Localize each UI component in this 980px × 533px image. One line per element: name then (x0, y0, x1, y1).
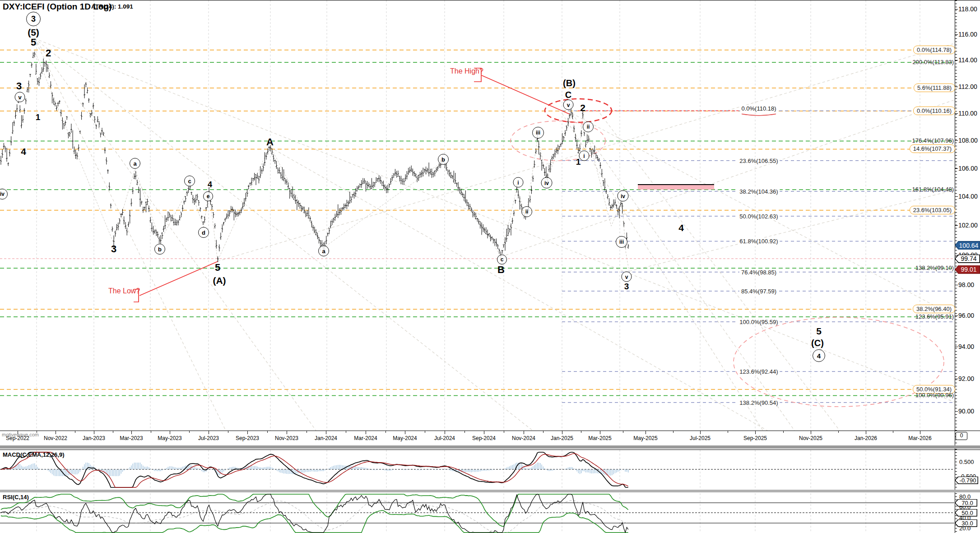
fib-label-purple[interactable]: 38.2%(104.36) (738, 188, 780, 195)
fib-label-purple[interactable]: 23.6%(106.55) (738, 157, 780, 164)
price-tick-mark (955, 140, 958, 141)
wave-label-iii[interactable]: iii (532, 127, 544, 139)
fib-label-orange[interactable]: 38.2%(96.40) (913, 305, 955, 313)
wave-label-e[interactable]: e (203, 191, 213, 201)
time-tick-minor (838, 431, 839, 433)
price-tick-mark (955, 225, 958, 226)
time-tick-label: Sep-2025 (743, 435, 767, 441)
rsi-mid-band (1, 501, 628, 533)
wave-label-iv[interactable]: iv (618, 190, 629, 202)
wave-label-5[interactable]: 5 (215, 263, 220, 273)
wave-label-c[interactable]: c (497, 255, 507, 264)
fib-label-orange[interactable]: 0.0%(114.78) (913, 46, 955, 54)
wave-label-A[interactable]: (A) (213, 276, 226, 285)
time-tick-label: Nov-2024 (512, 435, 535, 441)
fib-label-purple[interactable]: 76.4%(98.85) (739, 269, 778, 275)
low-pointer-line (139, 261, 218, 296)
wave-label-A[interactable]: A (266, 137, 274, 147)
wave-label-a[interactable]: a (130, 158, 140, 169)
time-tick-minor (581, 431, 581, 433)
time-tick-minor (346, 431, 346, 433)
fib-label-green[interactable]: 176.4%(107.96) (912, 137, 954, 144)
fib-label-green[interactable]: 100.0%(90.96) (915, 392, 954, 399)
trend-line[interactable] (629, 190, 955, 271)
price-tag-text: 99.01 (955, 265, 980, 274)
fib-label-purple[interactable]: 123.6%(92.44) (738, 368, 780, 375)
wave-label-5[interactable]: 5 (816, 326, 822, 336)
wave-label-1[interactable]: 1 (576, 158, 581, 166)
wave-label-4[interactable]: 4 (813, 349, 825, 362)
wave-label-i[interactable]: i (513, 177, 524, 188)
rsi-label: RSI(C,14) (3, 494, 29, 501)
wave-label-iii[interactable]: iii (616, 236, 627, 248)
fib-label-marked[interactable]: 0.0%(110.18) (740, 105, 777, 112)
fib-label-green[interactable]: 138.2%(99.10) (915, 264, 954, 271)
wave-label-1[interactable]: 1 (36, 113, 41, 121)
ellipse-target-zone[interactable] (734, 317, 944, 407)
wave-label-3[interactable]: 3 (111, 244, 116, 254)
wave-label-b[interactable]: b (438, 154, 449, 165)
wave-label-B[interactable]: (B) (563, 79, 576, 88)
wave-label-B[interactable]: B (497, 265, 505, 275)
annotation-the-low[interactable]: The Low? (108, 287, 140, 295)
fib-label-green[interactable]: 123.6%(95.91) (915, 313, 954, 320)
panel-divider[interactable] (0, 490, 980, 492)
wave-label-5[interactable]: 5 (31, 37, 36, 47)
wave-label-2[interactable]: 2 (46, 48, 51, 58)
trend-line[interactable] (34, 38, 316, 431)
time-tick-label: Nov-2022 (44, 435, 67, 441)
fib-label-purple[interactable]: 100.0%(95.59) (738, 319, 780, 325)
time-tick-minor (151, 431, 151, 433)
fib-label-purple[interactable]: 85.4%(97.59) (739, 287, 778, 294)
wave-label-3[interactable]: 3 (16, 81, 22, 91)
price-tick-mark (955, 60, 958, 60)
price-tick-label: 118.00 (958, 5, 977, 13)
macd-axis-label: 0.500 (959, 459, 974, 465)
wave-label-4[interactable]: 4 (21, 147, 26, 156)
annotation-the-high[interactable]: The High? (450, 67, 483, 75)
horizontal-scrollbar[interactable] (0, 445, 980, 449)
price-tick-label: 98.00 (958, 281, 974, 288)
wave-label-v[interactable]: v (622, 272, 632, 282)
fib-label-orange[interactable]: 14.6%(107.37) (910, 144, 955, 153)
fib-label-green[interactable]: 200.0%(113.83) (912, 59, 954, 65)
wave-label-3[interactable]: 3 (26, 12, 41, 26)
rsi-upper-band (1, 494, 628, 527)
trend-line[interactable] (34, 38, 226, 431)
wave-label-d[interactable]: d (198, 227, 209, 238)
time-tick-label: Mar-2025 (588, 435, 611, 441)
supply-zone[interactable] (638, 185, 714, 190)
fib-label-purple[interactable]: 138.2%(90.54) (738, 399, 780, 406)
wave-label-2[interactable]: 2 (580, 103, 585, 112)
wave-label-v[interactable]: v (15, 92, 25, 102)
fib-label-orange[interactable]: 23.6%(103.05) (910, 206, 955, 214)
time-tick-minor (543, 431, 543, 433)
wave-label-c[interactable]: c (184, 176, 195, 186)
time-tick-minor (267, 431, 268, 433)
wave-label-4[interactable]: 4 (678, 223, 684, 232)
wave-label-C[interactable]: C (565, 90, 571, 99)
wave-label-v[interactable]: v (563, 100, 574, 110)
wave-label-4[interactable]: 4 (208, 181, 212, 189)
wave-label-3[interactable]: 3 (624, 282, 629, 291)
fib-label-orange[interactable]: 5.6%(111.88) (914, 83, 955, 92)
price-bars[interactable] (1, 52, 628, 262)
wave-label-5[interactable]: (5) (28, 28, 39, 37)
chart-plot[interactable] (0, 0, 980, 533)
fib-label-green[interactable]: 161.8%(104.48) (912, 186, 954, 193)
trend-line[interactable] (34, 38, 533, 431)
time-tick-mark (209, 431, 209, 434)
trend-line[interactable] (501, 100, 955, 257)
wave-label-a[interactable]: a (318, 246, 329, 256)
wave-label-b[interactable]: b (154, 244, 165, 255)
time-tick-mark (131, 431, 132, 434)
wave-label-iv[interactable]: iv (541, 177, 553, 189)
time-tick-mark (866, 431, 866, 434)
wave-label-C[interactable]: (C) (811, 338, 824, 348)
time-tick-minor (893, 431, 893, 433)
wave-label-ii[interactable]: ii (583, 121, 594, 132)
fib-label-orange[interactable]: 0.0%(110.16) (913, 107, 955, 115)
fib-label-purple[interactable]: 50.0%(102.63) (738, 213, 780, 220)
fib-label-purple[interactable]: 61.8%(100.92) (738, 238, 780, 245)
wave-label-ii[interactable]: ii (521, 206, 532, 217)
